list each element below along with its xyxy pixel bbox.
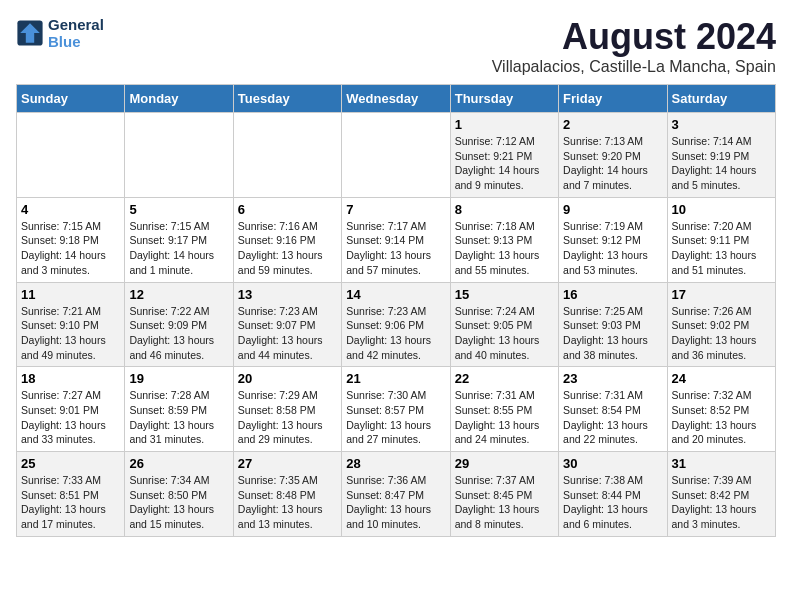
day-cell: 1Sunrise: 7:12 AMSunset: 9:21 PMDaylight… xyxy=(450,113,558,198)
day-info: Sunrise: 7:31 AMSunset: 8:55 PMDaylight:… xyxy=(455,388,554,447)
title-area: August 2024 Villapalacios, Castille-La M… xyxy=(492,16,776,76)
day-info: Sunrise: 7:25 AMSunset: 9:03 PMDaylight:… xyxy=(563,304,662,363)
subtitle: Villapalacios, Castille-La Mancha, Spain xyxy=(492,58,776,76)
day-info: Sunrise: 7:34 AMSunset: 8:50 PMDaylight:… xyxy=(129,473,228,532)
day-number: 31 xyxy=(672,456,771,471)
day-info: Sunrise: 7:20 AMSunset: 9:11 PMDaylight:… xyxy=(672,219,771,278)
day-number: 19 xyxy=(129,371,228,386)
day-number: 23 xyxy=(563,371,662,386)
day-cell: 26Sunrise: 7:34 AMSunset: 8:50 PMDayligh… xyxy=(125,452,233,537)
day-number: 6 xyxy=(238,202,337,217)
col-header-monday: Monday xyxy=(125,85,233,113)
day-info: Sunrise: 7:35 AMSunset: 8:48 PMDaylight:… xyxy=(238,473,337,532)
day-cell xyxy=(233,113,341,198)
day-info: Sunrise: 7:15 AMSunset: 9:18 PMDaylight:… xyxy=(21,219,120,278)
col-header-sunday: Sunday xyxy=(17,85,125,113)
day-info: Sunrise: 7:31 AMSunset: 8:54 PMDaylight:… xyxy=(563,388,662,447)
week-row-1: 1Sunrise: 7:12 AMSunset: 9:21 PMDaylight… xyxy=(17,113,776,198)
main-title: August 2024 xyxy=(492,16,776,58)
day-cell: 16Sunrise: 7:25 AMSunset: 9:03 PMDayligh… xyxy=(559,282,667,367)
day-info: Sunrise: 7:33 AMSunset: 8:51 PMDaylight:… xyxy=(21,473,120,532)
day-cell: 5Sunrise: 7:15 AMSunset: 9:17 PMDaylight… xyxy=(125,197,233,282)
day-cell: 3Sunrise: 7:14 AMSunset: 9:19 PMDaylight… xyxy=(667,113,775,198)
day-cell: 21Sunrise: 7:30 AMSunset: 8:57 PMDayligh… xyxy=(342,367,450,452)
day-cell: 14Sunrise: 7:23 AMSunset: 9:06 PMDayligh… xyxy=(342,282,450,367)
day-info: Sunrise: 7:36 AMSunset: 8:47 PMDaylight:… xyxy=(346,473,445,532)
day-cell xyxy=(17,113,125,198)
header: General Blue August 2024 Villapalacios, … xyxy=(16,16,776,76)
day-info: Sunrise: 7:37 AMSunset: 8:45 PMDaylight:… xyxy=(455,473,554,532)
day-number: 17 xyxy=(672,287,771,302)
day-cell: 30Sunrise: 7:38 AMSunset: 8:44 PMDayligh… xyxy=(559,452,667,537)
logo: General Blue xyxy=(16,16,104,50)
day-info: Sunrise: 7:12 AMSunset: 9:21 PMDaylight:… xyxy=(455,134,554,193)
day-info: Sunrise: 7:21 AMSunset: 9:10 PMDaylight:… xyxy=(21,304,120,363)
day-cell: 19Sunrise: 7:28 AMSunset: 8:59 PMDayligh… xyxy=(125,367,233,452)
day-cell: 20Sunrise: 7:29 AMSunset: 8:58 PMDayligh… xyxy=(233,367,341,452)
day-number: 22 xyxy=(455,371,554,386)
day-info: Sunrise: 7:24 AMSunset: 9:05 PMDaylight:… xyxy=(455,304,554,363)
col-header-wednesday: Wednesday xyxy=(342,85,450,113)
day-info: Sunrise: 7:22 AMSunset: 9:09 PMDaylight:… xyxy=(129,304,228,363)
day-number: 3 xyxy=(672,117,771,132)
day-number: 30 xyxy=(563,456,662,471)
day-number: 26 xyxy=(129,456,228,471)
day-info: Sunrise: 7:17 AMSunset: 9:14 PMDaylight:… xyxy=(346,219,445,278)
day-cell: 13Sunrise: 7:23 AMSunset: 9:07 PMDayligh… xyxy=(233,282,341,367)
calendar-table: SundayMondayTuesdayWednesdayThursdayFrid… xyxy=(16,84,776,537)
day-number: 16 xyxy=(563,287,662,302)
day-number: 5 xyxy=(129,202,228,217)
day-number: 25 xyxy=(21,456,120,471)
day-number: 15 xyxy=(455,287,554,302)
day-cell: 9Sunrise: 7:19 AMSunset: 9:12 PMDaylight… xyxy=(559,197,667,282)
day-cell: 6Sunrise: 7:16 AMSunset: 9:16 PMDaylight… xyxy=(233,197,341,282)
day-number: 18 xyxy=(21,371,120,386)
day-info: Sunrise: 7:30 AMSunset: 8:57 PMDaylight:… xyxy=(346,388,445,447)
col-header-tuesday: Tuesday xyxy=(233,85,341,113)
day-info: Sunrise: 7:14 AMSunset: 9:19 PMDaylight:… xyxy=(672,134,771,193)
day-info: Sunrise: 7:18 AMSunset: 9:13 PMDaylight:… xyxy=(455,219,554,278)
day-cell xyxy=(125,113,233,198)
day-cell: 27Sunrise: 7:35 AMSunset: 8:48 PMDayligh… xyxy=(233,452,341,537)
day-cell: 11Sunrise: 7:21 AMSunset: 9:10 PMDayligh… xyxy=(17,282,125,367)
day-cell: 4Sunrise: 7:15 AMSunset: 9:18 PMDaylight… xyxy=(17,197,125,282)
day-cell: 25Sunrise: 7:33 AMSunset: 8:51 PMDayligh… xyxy=(17,452,125,537)
day-cell: 31Sunrise: 7:39 AMSunset: 8:42 PMDayligh… xyxy=(667,452,775,537)
day-number: 11 xyxy=(21,287,120,302)
day-number: 7 xyxy=(346,202,445,217)
day-cell: 10Sunrise: 7:20 AMSunset: 9:11 PMDayligh… xyxy=(667,197,775,282)
day-info: Sunrise: 7:19 AMSunset: 9:12 PMDaylight:… xyxy=(563,219,662,278)
day-number: 13 xyxy=(238,287,337,302)
day-cell: 22Sunrise: 7:31 AMSunset: 8:55 PMDayligh… xyxy=(450,367,558,452)
day-number: 9 xyxy=(563,202,662,217)
day-info: Sunrise: 7:26 AMSunset: 9:02 PMDaylight:… xyxy=(672,304,771,363)
day-cell: 28Sunrise: 7:36 AMSunset: 8:47 PMDayligh… xyxy=(342,452,450,537)
day-number: 12 xyxy=(129,287,228,302)
week-row-5: 25Sunrise: 7:33 AMSunset: 8:51 PMDayligh… xyxy=(17,452,776,537)
day-number: 10 xyxy=(672,202,771,217)
logo-icon xyxy=(16,19,44,47)
day-cell: 2Sunrise: 7:13 AMSunset: 9:20 PMDaylight… xyxy=(559,113,667,198)
day-cell: 29Sunrise: 7:37 AMSunset: 8:45 PMDayligh… xyxy=(450,452,558,537)
day-cell: 15Sunrise: 7:24 AMSunset: 9:05 PMDayligh… xyxy=(450,282,558,367)
day-info: Sunrise: 7:27 AMSunset: 9:01 PMDaylight:… xyxy=(21,388,120,447)
day-info: Sunrise: 7:29 AMSunset: 8:58 PMDaylight:… xyxy=(238,388,337,447)
day-info: Sunrise: 7:13 AMSunset: 9:20 PMDaylight:… xyxy=(563,134,662,193)
week-row-4: 18Sunrise: 7:27 AMSunset: 9:01 PMDayligh… xyxy=(17,367,776,452)
day-number: 8 xyxy=(455,202,554,217)
col-header-thursday: Thursday xyxy=(450,85,558,113)
day-cell xyxy=(342,113,450,198)
logo-text: General Blue xyxy=(48,16,104,50)
day-number: 4 xyxy=(21,202,120,217)
day-info: Sunrise: 7:28 AMSunset: 8:59 PMDaylight:… xyxy=(129,388,228,447)
header-row: SundayMondayTuesdayWednesdayThursdayFrid… xyxy=(17,85,776,113)
week-row-3: 11Sunrise: 7:21 AMSunset: 9:10 PMDayligh… xyxy=(17,282,776,367)
day-info: Sunrise: 7:32 AMSunset: 8:52 PMDaylight:… xyxy=(672,388,771,447)
day-number: 14 xyxy=(346,287,445,302)
week-row-2: 4Sunrise: 7:15 AMSunset: 9:18 PMDaylight… xyxy=(17,197,776,282)
day-number: 2 xyxy=(563,117,662,132)
day-cell: 23Sunrise: 7:31 AMSunset: 8:54 PMDayligh… xyxy=(559,367,667,452)
day-cell: 12Sunrise: 7:22 AMSunset: 9:09 PMDayligh… xyxy=(125,282,233,367)
day-info: Sunrise: 7:16 AMSunset: 9:16 PMDaylight:… xyxy=(238,219,337,278)
day-number: 27 xyxy=(238,456,337,471)
